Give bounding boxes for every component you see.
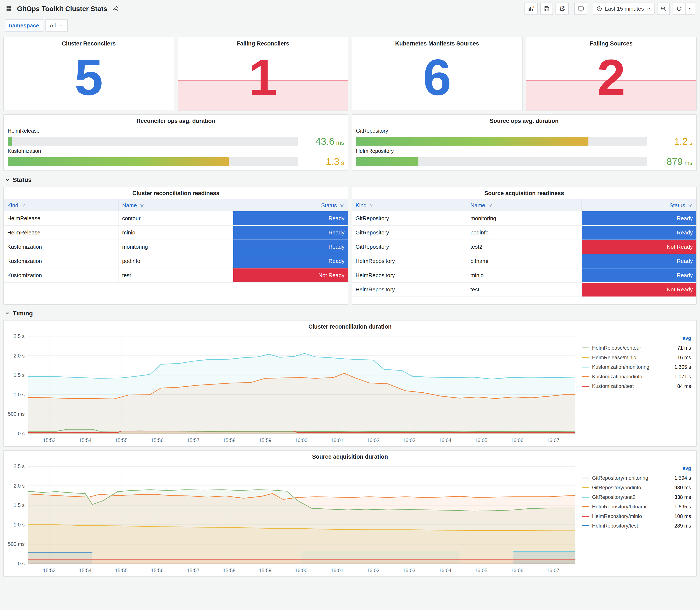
legend-series-name[interactable]: HelmRepository/test xyxy=(592,523,638,529)
name-cell: test xyxy=(118,268,233,283)
filter-icon xyxy=(369,203,374,208)
column-header-status[interactable]: Status xyxy=(233,199,348,211)
column-header-kind[interactable]: Kind xyxy=(352,199,467,211)
legend-series-name[interactable]: Kustomization/podinfo xyxy=(592,374,642,380)
table-panel: Cluster reconciliation readinessKindName… xyxy=(3,187,348,305)
status-badge: Ready xyxy=(233,211,348,225)
table-row: KustomizationmonitoringReady xyxy=(4,240,348,254)
bargauge-row: GitRepository1.2 s xyxy=(356,128,693,147)
timeseries-svg[interactable]: 15:5315:5415:5515:5615:5715:5815:5916:00… xyxy=(5,333,580,445)
bargauge-body: HelmRelease43.6 msKustomization1.3 s xyxy=(4,127,348,171)
legend-series-name[interactable]: GitRepository/podinfo xyxy=(592,485,641,491)
legend-row: HelmRepository/bitnami1.695 s xyxy=(582,502,691,511)
dashboard: GitOps Toolkit Cluster Stats ⚙ Last 15 m… xyxy=(0,0,700,584)
x-tick-label: 16:01 xyxy=(331,437,343,443)
legend-series-name[interactable]: HelmRepository/bitnami xyxy=(592,504,646,510)
kind-cell: HelmRepository xyxy=(352,283,467,297)
legend-series-name[interactable]: Kustomization/test xyxy=(592,383,634,389)
column-header-name[interactable]: Name xyxy=(467,199,582,211)
column-header-name[interactable]: Name xyxy=(118,199,233,211)
legend-avg-header[interactable]: avg xyxy=(582,335,691,343)
series-color-swatch xyxy=(582,487,589,488)
save-dashboard-button[interactable] xyxy=(540,2,553,15)
x-tick-label: 15:56 xyxy=(151,567,164,573)
legend-row: GitRepository/podinfo980 ms xyxy=(582,483,691,492)
series-color-swatch xyxy=(582,506,589,507)
bargauge-value-unit: ms xyxy=(683,160,693,166)
share-icon[interactable] xyxy=(111,2,119,15)
y-tick-label: 2.5 s xyxy=(14,333,25,339)
variable-namespace-select[interactable]: All xyxy=(46,19,68,32)
timeseries-svg[interactable]: 15:5315:5415:5515:5615:5715:5815:5916:00… xyxy=(5,463,580,575)
status-cell: Ready xyxy=(582,211,696,225)
section-label: Timing xyxy=(13,310,33,317)
add-panel-button[interactable] xyxy=(524,2,538,15)
settings-gear-button[interactable]: ⚙ xyxy=(555,2,569,15)
y-tick-label: 500 ms xyxy=(8,411,25,417)
filter-icon xyxy=(339,203,344,208)
table-header-row: KindNameStatus xyxy=(4,199,348,211)
panel-title: Cluster reconciliation duration xyxy=(4,321,696,333)
x-tick-label: 16:03 xyxy=(403,567,416,573)
legend-series-avg: 980 ms xyxy=(674,485,691,491)
gauges-row: Reconciler ops avg. durationHelmRelease4… xyxy=(3,114,697,171)
legend-series-name[interactable]: Kustomization/monitoring xyxy=(592,364,649,370)
x-tick-label: 15:57 xyxy=(187,567,199,573)
legend-row: Kustomization/test84 ms xyxy=(582,381,691,391)
x-tick-label: 16:07 xyxy=(547,567,559,573)
status-badge: Ready xyxy=(582,269,696,282)
legend-series-name[interactable]: HelmRelease/contour xyxy=(592,345,641,351)
stat-value: 5 xyxy=(4,44,174,111)
legend-series-avg: 84 ms xyxy=(677,383,691,389)
x-tick-label: 15:53 xyxy=(43,437,56,443)
bargauge-row: HelmRepository879 ms xyxy=(356,148,693,167)
status-badge: Ready xyxy=(233,254,348,268)
series-color-swatch xyxy=(582,367,589,368)
column-header-label: Status xyxy=(321,202,337,209)
stat-value: 2 xyxy=(526,44,696,111)
legend-series-avg: 71 ms xyxy=(677,345,691,351)
x-tick-label: 16:01 xyxy=(331,567,343,573)
table-wrap: KindNameStatusGitRepositorymonitoringRea… xyxy=(352,199,696,297)
legend-series-name[interactable]: HelmRepository/minio xyxy=(592,513,642,519)
column-header-status[interactable]: Status xyxy=(582,199,696,211)
status-cell: Ready xyxy=(582,225,696,240)
chevron-down-icon xyxy=(5,177,10,182)
x-tick-label: 16:03 xyxy=(403,437,416,443)
series-fill xyxy=(28,560,575,564)
bargauge-label: GitRepository xyxy=(356,128,693,134)
toolbar: ⚙ Last 15 minutes xyxy=(524,2,695,15)
tv-mode-button[interactable] xyxy=(574,2,587,15)
section-header-timing[interactable]: Timing xyxy=(3,307,697,319)
kind-cell: Kustomization xyxy=(4,268,118,283)
dashboards-grid-icon[interactable] xyxy=(5,2,13,15)
legend-series-avg: 16 ms xyxy=(677,354,691,360)
legend-series-name[interactable]: GitRepository/test2 xyxy=(592,494,635,500)
section-header-status[interactable]: Status xyxy=(3,174,697,186)
x-tick-label: 15:56 xyxy=(151,437,164,443)
bargauge-value-unit: s xyxy=(688,140,693,146)
status-badge: Not Ready xyxy=(233,269,348,282)
name-cell: minio xyxy=(467,268,582,283)
refresh-button[interactable] xyxy=(673,2,686,15)
y-tick-label: 2.0 s xyxy=(14,353,25,358)
legend-row: HelmRepository/minio108 ms xyxy=(582,511,691,521)
status-cell: Not Ready xyxy=(582,283,696,297)
chart-plot-area[interactable]: 15:5315:5415:5515:5615:5715:5815:5916:00… xyxy=(5,463,580,575)
refresh-interval-caret[interactable] xyxy=(686,2,695,15)
legend-series-name[interactable]: HelmRelease/minio xyxy=(592,354,636,360)
legend-avg-header[interactable]: avg xyxy=(582,465,691,473)
column-header-kind[interactable]: Kind xyxy=(4,199,118,211)
status-badge: Ready xyxy=(233,240,348,254)
x-tick-label: 16:05 xyxy=(475,567,488,573)
status-cell: Ready xyxy=(233,254,348,268)
zoom-out-button[interactable] xyxy=(657,2,670,15)
stats-row: Cluster Reconcilers5Failing Reconcilers1… xyxy=(3,37,697,111)
table-row: HelmRepositorytestNot Ready xyxy=(352,283,696,297)
legend-series-name[interactable]: GitRepository/monitoring xyxy=(592,475,648,481)
chevron-down-icon xyxy=(5,310,10,316)
y-tick-label: 0 s xyxy=(18,561,25,566)
time-picker-button[interactable]: Last 15 minutes xyxy=(593,2,654,15)
kind-cell: GitRepository xyxy=(352,225,467,240)
chart-plot-area[interactable]: 15:5315:5415:5515:5615:5715:5815:5916:00… xyxy=(5,333,580,445)
